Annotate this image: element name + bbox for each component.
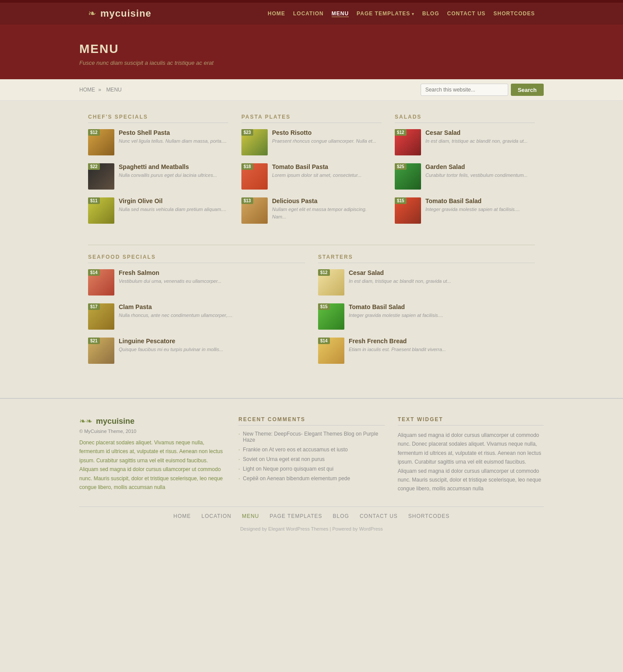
item-name[interactable]: Pesto Risotto <box>272 129 376 136</box>
item-name[interactable]: Tomato Basil Salad <box>349 303 443 310</box>
breadcrumb-current: MENU <box>106 87 121 93</box>
item-name[interactable]: Fresh French Bread <box>349 338 446 345</box>
item-info: Tomato Basil Pasta Lorem ipsum dolor sit… <box>272 163 361 179</box>
section-starters: STARTERS $12 Cesar Salad In est diam, tr… <box>318 254 535 372</box>
item-img-wrap: $22 <box>88 163 114 190</box>
search-input[interactable] <box>421 84 508 96</box>
item-img-wrap: $15 <box>395 197 421 224</box>
footer-nav-contact[interactable]: CONTACT US <box>360 513 398 519</box>
item-desc: In est diam, tristique ac blandit non, g… <box>349 278 451 285</box>
footer-nav-page-templates[interactable]: PAGE TEMPLATES <box>270 513 322 519</box>
item-desc: Etiam in iaculis est. Praesent blandit v… <box>349 346 446 353</box>
footer-comments-title: RECENT COMMENTS <box>238 416 384 426</box>
item-name[interactable]: Garden Salad <box>425 163 528 170</box>
item-info: Virgin Olive Oil Nulla sed mauris vehicu… <box>119 197 227 213</box>
item-price: $18 <box>241 163 253 170</box>
item-desc: Integer gravida molestie sapien at facil… <box>349 312 443 319</box>
item-price: $21 <box>88 338 100 344</box>
item-name[interactable]: Fresh Salmon <box>119 269 222 276</box>
main-nav: HOME LOCATION MENU PAGE TEMPLATES BLOG C… <box>268 11 535 17</box>
footer-bottom-bar: HOME LOCATION MENU PAGE TEMPLATES BLOG C… <box>79 507 544 538</box>
nav-location[interactable]: LOCATION <box>293 11 324 17</box>
list-item: $25 Garden Salad Curabitur tortor felis,… <box>395 163 535 190</box>
footer-comment: Light on Neque porro quisquam est qui <box>238 466 384 472</box>
item-desc: Praesent rhoncus congue ullamcorper. Nul… <box>272 137 376 145</box>
section-divider <box>88 245 535 245</box>
item-price: $12 <box>88 129 100 136</box>
footer-comment: Soviet on Urna eget erat non purus <box>238 456 384 462</box>
nav-page-templates[interactable]: PAGE TEMPLATES <box>357 11 414 17</box>
breadcrumb-home[interactable]: HOME <box>79 87 95 93</box>
item-name[interactable]: Tomato Basil Pasta <box>272 163 361 170</box>
pasta-plates-title: PASTA PLATES <box>241 114 382 123</box>
item-price: $22 <box>88 163 100 170</box>
item-desc: Quisque faucibus mi eu turpis pulvinar i… <box>119 346 223 353</box>
item-name[interactable]: Pesto Shell Pasta <box>119 129 227 136</box>
list-item: $11 Virgin Olive Oil Nulla sed mauris ve… <box>88 197 228 224</box>
item-info: Tomato Basil Salad Integer gravida moles… <box>349 303 443 319</box>
section-chefs-specials: CHEF'S SPECIALS $12 Pesto Shell Pasta Nu… <box>88 114 228 232</box>
item-price: $14 <box>318 338 330 344</box>
item-img-wrap: $11 <box>88 197 114 224</box>
item-info: Pesto Risotto Praesent rhoncus congue ul… <box>272 129 376 145</box>
item-name[interactable]: Virgin Olive Oil <box>119 197 227 204</box>
logo-icon: ❧ <box>88 8 96 19</box>
item-name[interactable]: Clam Pasta <box>119 303 233 310</box>
item-info: Pesto Shell Pasta Nunc vel ligula tellus… <box>119 129 227 145</box>
breadcrumb-bar: HOME » MENU Search <box>0 79 623 101</box>
nav-contact[interactable]: CONTACT US <box>447 11 486 17</box>
item-name[interactable]: Delicious Pasta <box>272 197 382 204</box>
footer-comments-col: RECENT COMMENTS New Theme: DeepFocus- El… <box>238 416 384 493</box>
item-desc: In est diam, tristique ac blandit non, g… <box>425 137 528 145</box>
footer-nav-menu[interactable]: MENU <box>242 513 259 519</box>
item-desc: Nulla rhoncus, ante nec condimentum ulla… <box>119 312 233 319</box>
footer-comment: Frankie on At vero eos et accusamus et i… <box>238 447 384 453</box>
nav-shortcodes[interactable]: SHORTCODES <box>493 11 535 17</box>
item-img-wrap: $13 <box>241 197 268 224</box>
item-price: $15 <box>318 303 330 310</box>
search-button[interactable]: Search <box>511 84 544 96</box>
item-info: Cesar Salad In est diam, tristique ac bl… <box>425 129 528 145</box>
logo-area: ❧ mycuisine <box>88 8 152 19</box>
menu-bottom-grid: SEAFOOD SPECIALS $14 Fresh Salmon Vestib… <box>88 254 535 372</box>
item-img-wrap: $25 <box>395 163 421 190</box>
list-item: $22 Spaghetti and Meatballs Nulla conval… <box>88 163 228 190</box>
item-info: Spaghetti and Meatballs Nulla convallis … <box>119 163 217 179</box>
list-item: $12 Pesto Shell Pasta Nunc vel ligula te… <box>88 129 228 155</box>
nav-blog[interactable]: BLOG <box>422 11 439 17</box>
item-name[interactable]: Cesar Salad <box>349 269 451 276</box>
search-area: Search <box>421 84 544 96</box>
footer-comment: New Theme: DeepFocus- Elegant Themes Blo… <box>238 431 384 443</box>
list-item: $17 Clam Pasta Nulla rhoncus, ante nec c… <box>88 303 305 330</box>
item-img-wrap: $14 <box>318 338 344 364</box>
item-name[interactable]: Cesar Salad <box>425 129 528 136</box>
footer-nav-shortcodes[interactable]: SHORTCODES <box>408 513 450 519</box>
footer-comment: Серёй on Aenean bibendum elementum pede <box>238 475 384 482</box>
item-price: $13 <box>241 197 253 204</box>
item-info: Delicious Pasta Nullam eget elit et mass… <box>272 197 382 220</box>
item-price: $12 <box>318 269 330 276</box>
item-img-wrap: $14 <box>88 269 114 296</box>
footer-logo-area: ❧❧ mycuisine <box>79 416 225 426</box>
list-item: $14 Fresh Salmon Vestibulum dui urna, ve… <box>88 269 305 296</box>
item-info: Linguine Pescatore Quisque faucibus mi e… <box>119 338 223 353</box>
nav-menu[interactable]: MENU <box>332 11 349 17</box>
footer-nav-blog[interactable]: BLOG <box>333 513 349 519</box>
list-item: $15 Tomato Basil Salad Integer gravida m… <box>395 197 535 224</box>
item-desc: Nullam eget elit et massa tempor adipisc… <box>272 206 382 220</box>
item-img-wrap: $12 <box>88 129 114 155</box>
item-name[interactable]: Spaghetti and Meatballs <box>119 163 217 170</box>
main-content: CHEF'S SPECIALS $12 Pesto Shell Pasta Nu… <box>79 101 544 398</box>
item-name[interactable]: Tomato Basil Salad <box>425 197 520 204</box>
list-item: $15 Tomato Basil Salad Integer gravida m… <box>318 303 535 330</box>
footer-nav-home[interactable]: HOME <box>173 513 191 519</box>
footer-nav-location[interactable]: LOCATION <box>202 513 231 519</box>
item-info: Garden Salad Curabitur tortor felis, ves… <box>425 163 528 179</box>
salads-title: SALADS <box>395 114 535 123</box>
footer-about-text: Donec placerat sodales aliquet. Vivamus … <box>79 438 225 492</box>
item-info: Fresh French Bread Etiam in iaculis est.… <box>349 338 446 353</box>
breadcrumb: HOME » MENU <box>79 87 124 93</box>
item-name[interactable]: Linguine Pescatore <box>119 338 223 345</box>
nav-home[interactable]: HOME <box>268 11 285 17</box>
footer-about-col: ❧❧ mycuisine © MyCuisine Theme, 2010 Don… <box>79 416 225 493</box>
